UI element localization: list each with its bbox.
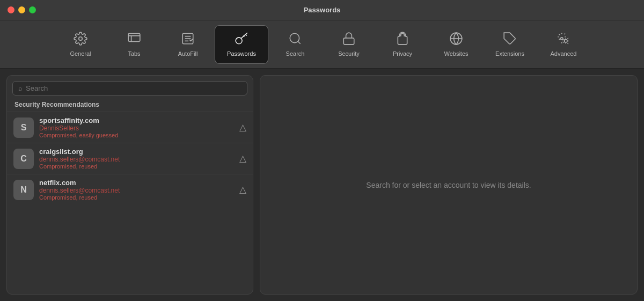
search-icon <box>288 32 302 48</box>
maximize-button[interactable] <box>29 6 36 13</box>
extensions-label: Extensions <box>495 50 524 57</box>
list-item[interactable]: C craigslist.org dennis.sellers@comcast.… <box>7 143 253 174</box>
right-panel-placeholder: Search for or select an account to view … <box>366 181 531 189</box>
main-content: ⌕ Security Recommendations S sportsaffin… <box>0 69 644 301</box>
svg-point-16 <box>565 40 567 42</box>
svg-point-5 <box>236 38 242 44</box>
right-panel: Search for or select an account to view … <box>260 75 638 295</box>
key-icon <box>235 32 248 48</box>
item-details: sportsaffinity.com DennisSellers Comprom… <box>39 116 234 138</box>
warning-icon: △ <box>239 184 246 195</box>
list-item[interactable]: N netflix.com dennis.sellers@comcast.net… <box>7 174 253 205</box>
avatar: N <box>13 180 34 200</box>
websites-label: Websites <box>444 50 468 57</box>
lock-icon <box>342 32 356 48</box>
search-input[interactable] <box>26 84 241 92</box>
toolbar-item-passwords[interactable]: Passwords <box>215 25 268 64</box>
svg-point-9 <box>290 33 299 42</box>
svg-point-15 <box>561 38 563 40</box>
advanced-label: Advanced <box>551 50 577 57</box>
toolbar-item-extensions[interactable]: Extensions <box>483 25 537 64</box>
svg-line-10 <box>298 41 301 44</box>
item-user: DennisSellers <box>39 124 234 132</box>
svg-rect-11 <box>343 38 354 45</box>
left-panel: ⌕ Security Recommendations S sportsaffin… <box>6 75 253 295</box>
toolbar-item-search[interactable]: Search <box>268 25 322 64</box>
toolbar-item-advanced[interactable]: Advanced <box>537 25 590 64</box>
globe-icon <box>449 32 463 48</box>
search-bar[interactable]: ⌕ <box>12 81 247 96</box>
hand-icon <box>396 32 409 48</box>
avatar: S <box>13 118 34 138</box>
security-label: Security <box>338 50 360 57</box>
gear-icon <box>74 32 87 48</box>
item-site: craigslist.org <box>39 148 234 156</box>
autofill-label: AutoFill <box>178 50 198 57</box>
item-details: netflix.com dennis.sellers@comcast.net C… <box>39 179 234 201</box>
toolbar: General Tabs AutoFill Passwords Search S… <box>0 20 644 69</box>
item-user: dennis.sellers@comcast.net <box>39 187 234 194</box>
tabs-label: Tabs <box>128 50 140 57</box>
close-button[interactable] <box>8 6 14 13</box>
list-item[interactable]: S sportsaffinity.com DennisSellers Compr… <box>7 112 253 143</box>
traffic-lights <box>8 6 36 13</box>
toolbar-item-autofill[interactable]: AutoFill <box>161 25 215 64</box>
extensions-icon <box>503 32 517 48</box>
svg-rect-0 <box>128 33 140 41</box>
toolbar-item-privacy[interactable]: Privacy <box>376 25 429 64</box>
general-label: General <box>70 50 91 57</box>
passwords-label: Passwords <box>227 50 256 57</box>
minimize-button[interactable] <box>18 6 25 13</box>
toolbar-item-general[interactable]: General <box>54 25 107 64</box>
toolbar-item-security[interactable]: Security <box>322 25 376 64</box>
item-status: Compromised, easily guessed <box>39 132 234 138</box>
avatar: C <box>13 149 34 169</box>
item-status: Compromised, reused <box>39 163 234 170</box>
item-site: sportsaffinity.com <box>39 116 234 124</box>
item-status: Compromised, reused <box>39 194 234 201</box>
toolbar-item-tabs[interactable]: Tabs <box>107 25 161 64</box>
warning-icon: △ <box>239 122 246 133</box>
password-list: S sportsaffinity.com DennisSellers Compr… <box>7 112 253 294</box>
privacy-label: Privacy <box>393 50 412 57</box>
toolbar-item-websites[interactable]: Websites <box>429 25 483 64</box>
tabs-icon <box>127 32 141 48</box>
title-bar: Passwords <box>0 0 644 20</box>
search-label: Search <box>286 50 305 57</box>
search-input-icon: ⌕ <box>18 84 23 92</box>
item-details: craigslist.org dennis.sellers@comcast.ne… <box>39 148 234 170</box>
advanced-gear-icon <box>557 32 570 48</box>
autofill-icon <box>181 32 195 48</box>
window-title: Passwords <box>304 6 341 14</box>
item-user: dennis.sellers@comcast.net <box>39 156 234 163</box>
item-site: netflix.com <box>39 179 234 187</box>
svg-line-7 <box>246 34 247 35</box>
section-label: Security Recommendations <box>7 99 253 112</box>
warning-icon: △ <box>239 153 246 164</box>
